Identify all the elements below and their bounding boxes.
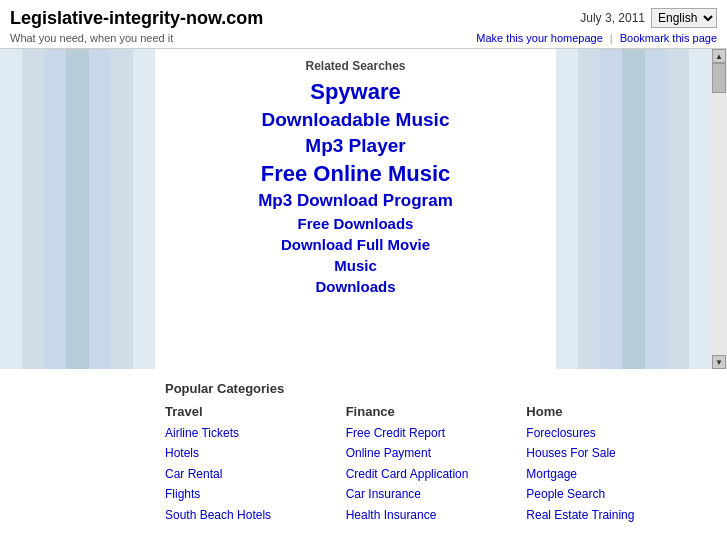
right-stripe-4 bbox=[622, 49, 644, 369]
right-stripe-3 bbox=[600, 49, 622, 369]
category-link-2-1[interactable]: Houses For Sale bbox=[526, 443, 697, 463]
scroll-track bbox=[712, 63, 726, 355]
left-stripe-3 bbox=[44, 49, 66, 369]
site-title-block: Legislative-integrity-now.com What you n… bbox=[10, 8, 263, 44]
bookmark-link[interactable]: Bookmark this page bbox=[620, 32, 717, 44]
right-stripe-7 bbox=[689, 49, 711, 369]
category-link-1-4[interactable]: Health Insurance bbox=[346, 505, 517, 525]
right-stripe-5 bbox=[645, 49, 667, 369]
category-link-1-3[interactable]: Car Insurance bbox=[346, 484, 517, 504]
category-link-2-4[interactable]: Real Estate Training bbox=[526, 505, 697, 525]
category-link-0-3[interactable]: Flights bbox=[165, 484, 336, 504]
header-right: July 3, 2011 English Make this your home… bbox=[476, 8, 717, 44]
header-links: Make this your homepage | Bookmark this … bbox=[476, 32, 717, 44]
scroll-down-button[interactable]: ▼ bbox=[712, 355, 726, 369]
right-stripe-1 bbox=[556, 49, 578, 369]
category-link-2-0[interactable]: Foreclosures bbox=[526, 423, 697, 443]
search-link-7[interactable]: Music bbox=[155, 257, 556, 274]
category-link-1-0[interactable]: Free Credit Report bbox=[346, 423, 517, 443]
search-link-0[interactable]: Spyware bbox=[155, 79, 556, 105]
link-separator: | bbox=[610, 32, 613, 44]
search-link-4[interactable]: Mp3 Download Program bbox=[155, 191, 556, 211]
related-searches-label: Related Searches bbox=[155, 59, 556, 73]
search-link-3[interactable]: Free Online Music bbox=[155, 161, 556, 187]
scroll-thumb[interactable] bbox=[712, 63, 726, 93]
site-tagline: What you need, when you need it bbox=[10, 32, 263, 44]
category-link-0-2[interactable]: Car Rental bbox=[165, 464, 336, 484]
right-side-col bbox=[556, 49, 711, 369]
categories-grid: TravelAirline TicketsHotelsCar RentalFli… bbox=[165, 404, 707, 525]
main-content: Related Searches SpywareDownloadable Mus… bbox=[0, 49, 727, 369]
left-stripe-2 bbox=[22, 49, 44, 369]
center-content: Related Searches SpywareDownloadable Mus… bbox=[155, 49, 556, 369]
homepage-link[interactable]: Make this your homepage bbox=[476, 32, 603, 44]
category-col-heading-0: Travel bbox=[165, 404, 336, 419]
site-title: Legislative-integrity-now.com bbox=[10, 8, 263, 30]
search-link-6[interactable]: Download Full Movie bbox=[155, 236, 556, 253]
category-col-heading-2: Home bbox=[526, 404, 697, 419]
date-lang-row: July 3, 2011 English bbox=[476, 8, 717, 28]
header: Legislative-integrity-now.com What you n… bbox=[0, 0, 727, 49]
popular-categories-title: Popular Categories bbox=[165, 381, 707, 396]
left-stripe-7 bbox=[133, 49, 155, 369]
category-col-heading-1: Finance bbox=[346, 404, 517, 419]
related-searches-list: SpywareDownloadable MusicMp3 PlayerFree … bbox=[155, 79, 556, 295]
category-link-1-2[interactable]: Credit Card Application bbox=[346, 464, 517, 484]
category-link-0-1[interactable]: Hotels bbox=[165, 443, 336, 463]
search-link-5[interactable]: Free Downloads bbox=[155, 215, 556, 232]
category-col-2: HomeForeclosuresHouses For SaleMortgageP… bbox=[526, 404, 707, 525]
category-link-0-0[interactable]: Airline Tickets bbox=[165, 423, 336, 443]
left-stripe-1 bbox=[0, 49, 22, 369]
category-col-1: FinanceFree Credit ReportOnline PaymentC… bbox=[346, 404, 527, 525]
category-link-2-3[interactable]: People Search bbox=[526, 484, 697, 504]
header-date: July 3, 2011 bbox=[580, 11, 645, 25]
search-link-2[interactable]: Mp3 Player bbox=[155, 135, 556, 157]
category-link-1-1[interactable]: Online Payment bbox=[346, 443, 517, 463]
scroll-up-button[interactable]: ▲ bbox=[712, 49, 726, 63]
left-stripe-5 bbox=[89, 49, 111, 369]
left-stripe-4 bbox=[66, 49, 88, 369]
right-stripe-6 bbox=[667, 49, 689, 369]
right-stripe-2 bbox=[578, 49, 600, 369]
popular-categories: Popular Categories TravelAirline Tickets… bbox=[0, 369, 727, 535]
language-select[interactable]: English bbox=[651, 8, 717, 28]
search-link-8[interactable]: Downloads bbox=[155, 278, 556, 295]
left-stripe-6 bbox=[111, 49, 133, 369]
search-link-1[interactable]: Downloadable Music bbox=[155, 109, 556, 131]
scrollbar[interactable]: ▲ ▼ bbox=[711, 49, 727, 369]
category-link-2-2[interactable]: Mortgage bbox=[526, 464, 697, 484]
left-side-col bbox=[0, 49, 155, 369]
category-link-0-4[interactable]: South Beach Hotels bbox=[165, 505, 336, 525]
category-col-0: TravelAirline TicketsHotelsCar RentalFli… bbox=[165, 404, 346, 525]
